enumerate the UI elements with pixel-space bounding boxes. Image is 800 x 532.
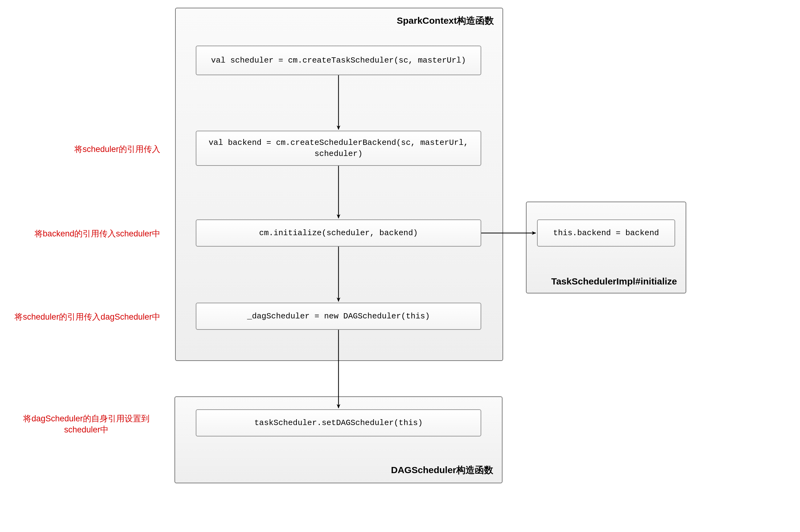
box-dag-new: _dagScheduler = new DAGScheduler(this)	[196, 303, 481, 330]
box-backend-assign: this.backend = backend	[537, 220, 675, 247]
container-title-sparkcontext: SparkContext构造函数	[397, 15, 494, 27]
container-title-taskschedulerimpl: TaskSchedulerImpl#initialize	[551, 276, 677, 287]
container-title-dagscheduler: DAGScheduler构造函数	[391, 464, 493, 476]
annotation-dag-self-ref-line1: 将dagScheduler的自身引用设置到	[23, 414, 150, 423]
annotation-dag-self-ref: 将dagScheduler的自身引用设置到 scheduler中	[12, 413, 160, 436]
box-set-dag: taskScheduler.setDAGScheduler(this)	[196, 409, 481, 436]
annotation-backend-ref: 将backend的引用传入scheduler中	[22, 228, 160, 239]
container-task-scheduler-impl: TaskSchedulerImpl#initialize	[526, 202, 686, 293]
annotation-dag-self-ref-line2: scheduler中	[64, 425, 109, 434]
annotation-scheduler-ref: 将scheduler的引用传入	[52, 144, 160, 155]
annotation-scheduler-to-dag: 将scheduler的引用传入dagScheduler中	[3, 311, 160, 322]
box-create-task-scheduler: val scheduler = cm.createTaskScheduler(s…	[196, 45, 481, 75]
box-create-backend: val backend = cm.createSchedulerBackend(…	[196, 131, 481, 166]
diagram-canvas: SparkContext构造函数 TaskSchedulerImpl#initi…	[0, 0, 800, 532]
box-initialize: cm.initialize(scheduler, backend)	[196, 220, 481, 247]
